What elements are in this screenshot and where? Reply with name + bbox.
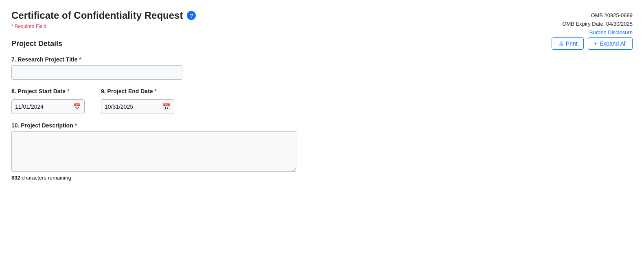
end-date-calendar-icon[interactable]: 📅 — [162, 103, 171, 111]
project-end-date-wrapper: 📅 — [101, 99, 174, 114]
plus-icon: + — [594, 40, 597, 47]
project-start-date-input[interactable] — [15, 103, 70, 110]
expand-all-button[interactable]: + Expand All — [588, 37, 633, 50]
required-star-9: * — [155, 88, 157, 94]
page-wrapper: OMB #0925-0689 OMB Expiry Date: 04/30/20… — [0, 0, 644, 197]
page-title: Certificate of Confidentiality Request — [11, 10, 183, 21]
burden-disclosure-link[interactable]: Burden Disclosure — [589, 29, 633, 35]
project-end-date-field: 9. Project End Date* 📅 — [101, 88, 174, 114]
research-project-title-label: 7. Research Project Title* — [11, 56, 633, 63]
required-star-8: * — [67, 88, 69, 94]
omb-section: OMB #0925-0689 OMB Expiry Date: 04/30/20… — [562, 11, 633, 37]
project-end-date-label: 9. Project End Date* — [101, 88, 174, 94]
form-section: 7. Research Project Title* 8. Project St… — [11, 56, 633, 181]
project-description-label: 10. Project Description* — [11, 122, 633, 129]
project-description-group: 10. Project Description* 832 characters … — [11, 122, 633, 181]
action-buttons: 🖨 Print + Expand All — [552, 37, 633, 50]
omb-number: OMB #0925-0689 — [562, 11, 633, 20]
required-note-text: Required Field — [15, 24, 46, 29]
project-start-date-field: 8. Project Start Date* 📅 — [11, 88, 85, 114]
omb-expiry: OMB Expiry Date: 04/30/2025 — [562, 20, 633, 29]
chars-remaining-text: characters remaining — [22, 175, 71, 181]
char-count: 832 — [11, 175, 20, 181]
print-button[interactable]: 🖨 Print — [552, 37, 584, 50]
required-star-10: * — [75, 122, 77, 129]
required-star-7: * — [79, 56, 81, 63]
research-project-title-group: 7. Research Project Title* — [11, 56, 633, 80]
expand-all-label: Expand All — [600, 40, 626, 47]
printer-icon: 🖨 — [558, 40, 563, 47]
project-description-textarea[interactable] — [11, 131, 296, 172]
print-label: Print — [566, 40, 578, 47]
section-header-row: Project Details 🖨 Print + Expand All — [11, 37, 633, 50]
section-title: Project Details — [11, 39, 62, 48]
required-note: *Required Field — [11, 24, 633, 29]
start-date-calendar-icon[interactable]: 📅 — [73, 103, 81, 111]
page-title-row: Certificate of Confidentiality Request ? — [11, 10, 633, 21]
project-start-date-label: 8. Project Start Date* — [11, 88, 85, 94]
project-start-date-wrapper: 📅 — [11, 99, 85, 114]
required-asterisk: * — [11, 24, 13, 29]
research-project-title-input[interactable] — [11, 65, 182, 80]
char-remaining: 832 characters remaining — [11, 175, 633, 181]
date-row: 8. Project Start Date* 📅 9. Project End … — [11, 88, 633, 114]
help-icon[interactable]: ? — [187, 11, 196, 20]
project-end-date-input[interactable] — [105, 103, 160, 110]
